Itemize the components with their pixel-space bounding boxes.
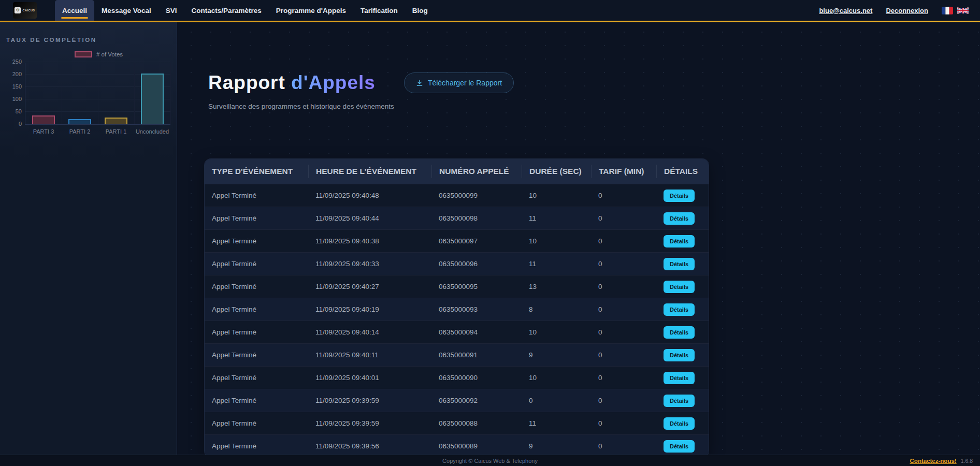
cell-tarif: 0 <box>591 305 656 313</box>
cell-number: 0635000098 <box>431 214 522 222</box>
cell-type: Appel Terminé <box>205 214 308 222</box>
cell-time: 11/09/2025 09:40:14 <box>308 328 431 336</box>
top-navbar: ⚙ CAICUS AccueilMessage VocalSVIContacts… <box>0 0 980 21</box>
nav-item-blog[interactable]: Blog <box>405 0 435 21</box>
chart-vline <box>170 63 171 124</box>
details-button[interactable]: Détails <box>664 212 695 225</box>
user-email-link[interactable]: blue@caicus.net <box>819 7 872 14</box>
details-button[interactable]: Détails <box>664 349 695 361</box>
nav-item-message-vocal[interactable]: Message Vocal <box>94 0 158 21</box>
cell-type: Appel Terminé <box>205 305 308 313</box>
cell-time: 11/09/2025 09:40:33 <box>308 260 431 268</box>
cell-tarif: 0 <box>591 374 656 382</box>
table-header: TYPE D'ÉVÉNEMENTHEURE DE L'ÉVÉNEMENTNUMÉ… <box>205 159 709 184</box>
cell-time: 11/09/2025 09:39:56 <box>308 442 431 450</box>
logo-text: CAICUS <box>22 9 35 12</box>
details-button[interactable]: Détails <box>664 258 695 270</box>
cell-type: Appel Terminé <box>205 397 308 404</box>
chart-xlabel: Unconcluded <box>134 128 170 135</box>
chart-xlabel: PARTI 2 <box>62 128 98 135</box>
chart-legend[interactable]: # of Votes <box>27 50 170 59</box>
cell-number: 0635000094 <box>431 328 522 336</box>
version-label: 1.6.8 <box>961 458 973 464</box>
legend-label: # of Votes <box>96 51 123 57</box>
column-header-num-ro-appel: NUMÉRO APPELÉ <box>431 165 522 178</box>
cell-type: Appel Terminé <box>205 351 308 359</box>
chart-bar-parti-3 <box>32 115 55 124</box>
download-button-label: Télécharger le Rapport <box>428 79 502 87</box>
table-row: Appel Terminé11/09/2025 09:40:2706350000… <box>205 275 709 298</box>
nav-item-accueil[interactable]: Accueil <box>55 0 94 21</box>
nav-item-programme-d-appels[interactable]: Programme d'Appels <box>269 0 353 21</box>
download-report-button[interactable]: Télécharger le Rapport <box>404 72 514 93</box>
table-body: Appel Terminé11/09/2025 09:40:4806350000… <box>205 184 709 455</box>
cell-type: Appel Terminé <box>205 237 308 245</box>
details-button[interactable]: Détails <box>664 372 695 384</box>
caicus-logo[interactable]: ⚙ CAICUS <box>13 2 37 19</box>
cell-type: Appel Terminé <box>205 192 308 199</box>
cell-type: Appel Terminé <box>205 374 308 382</box>
contact-link[interactable]: Contactez-nous! <box>910 458 957 464</box>
table-row: Appel Terminé11/09/2025 09:40:1406350000… <box>205 321 709 343</box>
details-button[interactable]: Détails <box>664 417 695 430</box>
chart-ytick: 150 <box>12 83 22 90</box>
details-button[interactable]: Détails <box>664 303 695 316</box>
chart-ytick: 200 <box>12 71 22 77</box>
main-content: Rapport d'Appels Télécharger le Rapport … <box>177 22 980 455</box>
cell-number: 0635000089 <box>431 442 522 450</box>
cell-duration: 9 <box>522 351 591 359</box>
page-subtitle: Surveillance des programmes et historiqu… <box>208 103 394 110</box>
uk-flag-icon[interactable] <box>957 7 969 14</box>
table-row: Appel Terminé11/09/2025 09:39:5906350000… <box>205 412 709 434</box>
nav-menu: AccueilMessage VocalSVIContacts/Paramètr… <box>55 0 435 21</box>
details-button[interactable]: Détails <box>664 190 695 202</box>
events-table: TYPE D'ÉVÉNEMENTHEURE DE L'ÉVÉNEMENTNUMÉ… <box>205 159 709 455</box>
details-button[interactable]: Détails <box>664 235 695 247</box>
chart-bar-unconcluded <box>141 74 164 124</box>
cell-duration: 10 <box>522 192 591 199</box>
nav-item-svi[interactable]: SVI <box>158 0 184 21</box>
chart-ytick: 100 <box>12 96 22 102</box>
cell-tarif: 0 <box>591 328 656 336</box>
cell-tarif: 0 <box>591 192 656 199</box>
navbar-accent-line <box>0 21 980 22</box>
cell-tarif: 0 <box>591 351 656 359</box>
page-title-primary: Rapport <box>208 72 285 93</box>
chart-bar-slot: Unconcluded <box>134 62 170 124</box>
completion-chart: # of Votes 050100150200250PARTI 3PARTI 2… <box>6 50 170 125</box>
legend-swatch <box>75 51 92 57</box>
chart-xlabel: PARTI 3 <box>25 128 62 135</box>
cell-type: Appel Terminé <box>205 260 308 268</box>
details-button[interactable]: Détails <box>664 326 695 339</box>
table-row: Appel Terminé11/09/2025 09:40:0106350000… <box>205 366 709 389</box>
table-row: Appel Terminé11/09/2025 09:40:4806350000… <box>205 184 709 207</box>
details-button[interactable]: Détails <box>664 281 695 293</box>
chart-bar-slot: PARTI 3 <box>25 62 62 124</box>
logout-link[interactable]: Deconnexion <box>886 7 928 14</box>
cell-number: 0635000091 <box>431 351 522 359</box>
cell-duration: 11 <box>522 214 591 222</box>
details-button[interactable]: Détails <box>664 395 695 407</box>
nav-item-tarification[interactable]: Tarification <box>353 0 405 21</box>
copyright-text: Copyright © Caicus Web & Telephony <box>442 458 538 464</box>
cell-time: 11/09/2025 09:40:27 <box>308 283 431 290</box>
cell-number: 0635000097 <box>431 237 522 245</box>
cell-duration: 13 <box>522 283 591 290</box>
cell-duration: 11 <box>522 419 591 427</box>
cell-tarif: 0 <box>591 397 656 404</box>
chart-bar-parti-2 <box>68 119 91 124</box>
column-header-d-tails: DÉTAILS <box>656 165 709 178</box>
cell-time: 11/09/2025 09:39:59 <box>308 419 431 427</box>
cell-duration: 11 <box>522 260 591 268</box>
nav-item-contacts-param-tres[interactable]: Contacts/Paramètres <box>184 0 269 21</box>
cell-number: 0635000090 <box>431 374 522 382</box>
cell-time: 11/09/2025 09:40:48 <box>308 192 431 199</box>
cell-tarif: 0 <box>591 237 656 245</box>
chart-bar-slot: PARTI 1 <box>98 62 134 124</box>
french-flag-icon[interactable] <box>942 7 953 14</box>
cell-type: Appel Terminé <box>205 283 308 290</box>
cell-type: Appel Terminé <box>205 419 308 427</box>
cell-type: Appel Terminé <box>205 328 308 336</box>
table-row: Appel Terminé11/09/2025 09:39:5606350000… <box>205 434 709 455</box>
details-button[interactable]: Détails <box>664 440 695 453</box>
